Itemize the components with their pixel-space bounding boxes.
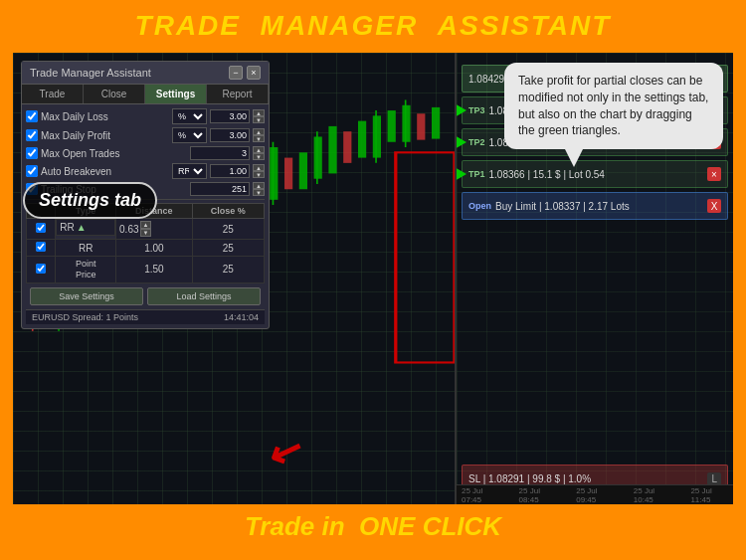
max-daily-loss-spinner: ▲ ▼ [253,109,265,123]
save-settings-button[interactable]: Save Settings [30,287,143,305]
max-daily-profit-row: Max Daily Profit %$ ▲ ▼ [26,127,265,143]
footer-highlight: ONE CLICK [359,511,501,541]
svg-rect-31 [328,126,336,174]
tp1-id: TP1 [468,169,485,179]
max-open-trades-input[interactable] [190,146,250,160]
tp3-distance: 1.50 [116,257,193,283]
tp2-row: RR 1.00 25 [27,240,265,257]
minimize-button[interactable]: − [229,66,243,80]
max-open-trades-spinner: ▲ ▼ [253,146,265,160]
max-daily-profit-select[interactable]: %$ [172,127,207,143]
time-5: 25 Jul 11:45 [690,486,728,504]
max-daily-loss-checkbox[interactable] [26,110,38,122]
max-daily-profit-checkbox[interactable] [26,129,38,141]
spin-up[interactable]: ▲ [253,109,265,116]
max-open-trades-label: Max Open Trades [41,148,187,159]
chart-background: Trade Manager Assistant − × Trade Close … [13,53,455,504]
tab-report[interactable]: Report [207,85,269,103]
settings-tab-label: Settings tab [39,190,141,210]
tp3-row: PointPrice 1.50 25 [27,257,265,283]
tp3-check[interactable] [27,257,56,283]
max-daily-loss-select[interactable]: %$ [172,108,207,124]
load-settings-button[interactable]: Load Settings [147,287,261,305]
tp2-triangle[interactable] [455,135,466,149]
status-time: 14:41:04 [224,312,259,322]
max-daily-profit-input[interactable] [210,128,250,142]
open-close-button[interactable]: X [707,199,721,213]
svg-rect-40 [432,107,440,139]
trailing-stop-input[interactable] [190,182,250,196]
tab-settings[interactable]: Settings [145,85,207,103]
tp1-check[interactable] [27,219,56,240]
tp1-triangle[interactable] [455,167,466,181]
auto-breakeven-label: Auto Breakeven [41,166,169,177]
time-2: 25 Jul 08:45 [519,486,557,504]
header-title-end: ASSISTANT [438,10,612,41]
sl-price-label: L [707,472,721,485]
svg-rect-28 [299,152,307,189]
tooltip-text: Take profit for partial closes can be mo… [518,74,708,137]
panel-buttons: Save Settings Load Settings [26,283,265,309]
footer: Trade in ONE CLICK [0,507,746,548]
footer-normal: Trade in [245,511,345,541]
header: TRADE MANAGER ASSISTANT [0,0,746,50]
svg-rect-27 [284,158,292,190]
panel-title: Trade Manager Assistant [30,67,151,79]
tp2-type: RR [56,240,116,257]
tp2-close: 25 [192,240,264,257]
th-close-pct: Close % [192,204,264,219]
tp2-id: TP2 [468,137,485,147]
max-daily-loss-input[interactable] [210,109,250,123]
spin-down-5[interactable]: ▼ [253,189,265,196]
header-title-normal: TRADE [135,10,241,41]
close-button[interactable]: × [247,66,261,80]
tp1-row: RR ▲ 0.63 ▲ ▼ [27,219,265,240]
tp1-close-button[interactable]: × [707,167,721,181]
tp1-distance: 0.63 ▲ ▼ [116,219,193,240]
time-1: 25 Jul 07:45 [462,486,499,504]
tp3-close: 25 [192,257,264,283]
tp3-triangle[interactable] [455,103,466,117]
tab-close[interactable]: Close [84,85,145,103]
price-panel: 1.08429 | 199.6 $ | 2.0% L TP3 1.08406 |… [455,53,733,504]
tooltip-bubble: Take profit for partial closes can be mo… [504,63,723,149]
header-title-italic: MANAGER [261,10,419,41]
spin-down-4[interactable]: ▼ [253,171,265,178]
spin-up-2[interactable]: ▲ [253,128,265,135]
tp2-check[interactable] [27,240,56,257]
tp1-close: 25 [192,219,264,240]
max-daily-profit-spinner: ▲ ▼ [253,128,265,142]
svg-rect-39 [417,113,425,139]
sl-price-text: SL | 1.08291 | 99.8 $ | 1.0% [468,473,707,484]
spin-down-2[interactable]: ▼ [253,135,265,142]
max-open-trades-checkbox[interactable] [26,147,38,159]
auto-breakeven-spinner: ▲ ▼ [253,164,265,178]
spin-up-5[interactable]: ▲ [253,182,265,189]
tp1-type: RR ▲ [56,219,115,236]
auto-breakeven-checkbox[interactable] [26,165,38,177]
auto-breakeven-select[interactable]: RRPts [172,163,207,179]
spin-down-3[interactable]: ▼ [253,153,265,160]
spin-up-4[interactable]: ▲ [253,164,265,171]
time-3: 25 Jul 09:45 [576,486,614,504]
spin-down[interactable]: ▼ [253,116,265,123]
svg-rect-32 [343,131,351,163]
tab-trade[interactable]: Trade [22,85,84,103]
max-daily-loss-row: Max Daily Loss %$ ▲ ▼ [26,108,265,124]
main-area: Trade Manager Assistant − × Trade Close … [10,50,736,507]
svg-rect-41 [396,152,455,362]
spin-up-3[interactable]: ▲ [253,146,265,153]
auto-breakeven-input[interactable] [210,164,250,178]
panel-controls: − × [229,66,261,80]
svg-rect-36 [388,110,396,142]
tp3-type: PointPrice [56,257,116,283]
open-price-bar: Open Buy Limit | 1.08337 | 2.17 Lots X [462,192,728,220]
settings-tab-bubble: Settings tab [23,182,157,219]
max-daily-loss-label: Max Daily Loss [41,111,169,122]
tp3-id: TP3 [468,105,485,115]
time-axis: 25 Jul 07:45 25 Jul 08:45 25 Jul 09:45 2… [457,484,733,504]
auto-breakeven-row: Auto Breakeven RRPts ▲ ▼ [26,163,265,179]
open-label: Open [468,201,491,211]
footer-text: Trade in ONE CLICK [0,511,746,542]
price-spacer [457,222,733,463]
